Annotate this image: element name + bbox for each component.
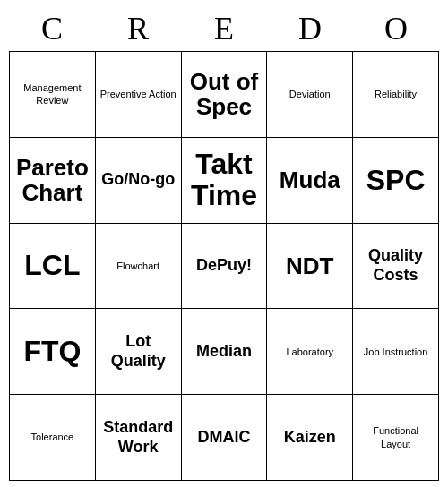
header-c: C <box>9 10 95 47</box>
cell-0-1: Preventive Action <box>96 52 182 138</box>
cell-1-2: Takt Time <box>182 138 268 224</box>
cell-0-2: Out of Spec <box>182 52 268 138</box>
cell-4-2: DMAIC <box>182 395 268 481</box>
bingo-header: C R E D O <box>9 6 439 51</box>
cell-3-0: FTQ <box>10 309 96 395</box>
cell-2-2: DePuy! <box>182 224 268 310</box>
header-d: D <box>267 10 353 47</box>
cell-4-3: Kaizen <box>267 395 353 481</box>
cell-3-2: Median <box>182 309 268 395</box>
cell-3-1: Lot Quality <box>96 309 182 395</box>
cell-0-0: Management Review <box>10 52 96 138</box>
bingo-grid: Management Review Preventive Action Out … <box>9 51 439 481</box>
cell-4-0: Tolerance <box>10 395 96 481</box>
cell-3-4: Job Instruction <box>353 309 439 395</box>
cell-0-4: Reliability <box>353 52 439 138</box>
cell-3-3: Laboratory <box>267 309 353 395</box>
cell-4-4: Functional Layout <box>353 395 439 481</box>
cell-2-0: LCL <box>10 224 96 310</box>
bingo-card: C R E D O Management Review Preventive A… <box>9 6 439 481</box>
cell-1-1: Go/No-go <box>96 138 182 224</box>
header-r: R <box>95 10 181 47</box>
header-o: O <box>353 10 439 47</box>
cell-2-4: Quality Costs <box>353 224 439 310</box>
cell-0-3: Deviation <box>267 52 353 138</box>
cell-4-1: Standard Work <box>96 395 182 481</box>
cell-2-1: Flowchart <box>96 224 182 310</box>
cell-2-3: NDT <box>267 224 353 310</box>
cell-1-4: SPC <box>353 138 439 224</box>
header-e: E <box>181 10 267 47</box>
cell-1-3: Muda <box>267 138 353 224</box>
cell-1-0: Pareto Chart <box>10 138 96 224</box>
